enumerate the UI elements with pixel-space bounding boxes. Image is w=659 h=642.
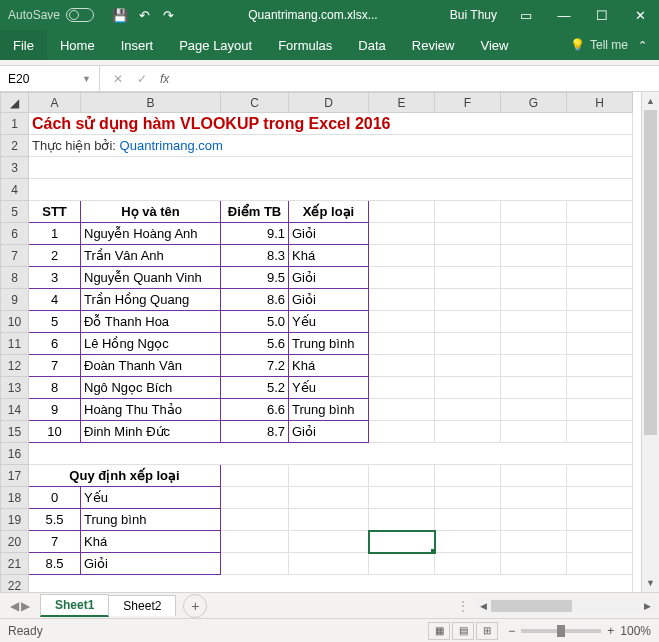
tab-insert[interactable]: Insert	[108, 30, 167, 60]
cell[interactable]	[369, 355, 435, 377]
cell[interactable]	[289, 509, 369, 531]
scroll-track[interactable]	[642, 110, 659, 574]
cell-min[interactable]: 7	[29, 531, 81, 553]
cell-subtitle[interactable]: Thực hiện bởi: Quantrimang.com	[29, 135, 633, 157]
cell-ten[interactable]: Đinh Minh Đức	[81, 421, 221, 443]
col-header[interactable]: A	[29, 93, 81, 113]
scroll-right-icon[interactable]: ▶	[639, 598, 655, 614]
cell[interactable]	[369, 289, 435, 311]
cell[interactable]	[289, 553, 369, 575]
hscroll-track[interactable]	[491, 598, 639, 614]
cell-ten[interactable]: Trần Hồng Quang	[81, 289, 221, 311]
cell-xeploai[interactable]: Trung bình	[289, 333, 369, 355]
cell[interactable]	[435, 487, 501, 509]
row-header[interactable]: 6	[1, 223, 29, 245]
row-header[interactable]: 21	[1, 553, 29, 575]
cell[interactable]	[567, 311, 633, 333]
cell[interactable]	[369, 553, 435, 575]
user-name[interactable]: Bui Thuy	[440, 8, 507, 22]
cell[interactable]	[435, 399, 501, 421]
chevron-down-icon[interactable]: ▼	[82, 74, 91, 84]
cancel-formula-icon[interactable]: ✕	[108, 72, 128, 86]
cell-stt[interactable]: 10	[29, 421, 81, 443]
cell[interactable]	[289, 531, 369, 553]
cell[interactable]	[567, 223, 633, 245]
row-header[interactable]: 19	[1, 509, 29, 531]
cell[interactable]	[369, 421, 435, 443]
row-header[interactable]: 10	[1, 311, 29, 333]
scroll-thumb[interactable]	[644, 110, 657, 435]
cell[interactable]	[567, 487, 633, 509]
enter-formula-icon[interactable]: ✓	[132, 72, 152, 86]
cell[interactable]	[567, 267, 633, 289]
tab-review[interactable]: Review	[399, 30, 468, 60]
cell[interactable]	[567, 531, 633, 553]
cell[interactable]	[501, 531, 567, 553]
tab-nav-next-icon[interactable]: ▶	[21, 599, 30, 613]
cell[interactable]	[501, 267, 567, 289]
cell[interactable]	[567, 399, 633, 421]
cell[interactable]	[501, 289, 567, 311]
cell[interactable]	[369, 377, 435, 399]
cell[interactable]	[29, 157, 633, 179]
cell[interactable]	[369, 223, 435, 245]
view-layout-icon[interactable]: ▤	[452, 622, 474, 640]
cell-ten[interactable]: Nguyễn Quanh Vinh	[81, 267, 221, 289]
minimize-icon[interactable]: —	[545, 0, 583, 30]
cell-xeploai[interactable]: Yếu	[289, 377, 369, 399]
row-header[interactable]: 5	[1, 201, 29, 223]
hscroll-thumb[interactable]	[491, 600, 572, 612]
cell[interactable]	[435, 377, 501, 399]
tab-nav-prev-icon[interactable]: ◀	[10, 599, 19, 613]
cell[interactable]	[501, 399, 567, 421]
subtitle-link[interactable]: Quantrimang.com	[120, 138, 223, 153]
cell-xeploai[interactable]: Khá	[289, 355, 369, 377]
fx-icon[interactable]: fx	[156, 72, 173, 86]
cell[interactable]	[369, 465, 435, 487]
cell[interactable]	[501, 553, 567, 575]
cell[interactable]	[501, 333, 567, 355]
cell[interactable]	[501, 311, 567, 333]
cell[interactable]	[221, 509, 289, 531]
cell[interactable]	[289, 465, 369, 487]
zoom-slider[interactable]	[521, 629, 601, 633]
add-sheet-button[interactable]: +	[183, 594, 207, 618]
cell-title[interactable]: Cách sử dụng hàm VLOOKUP trong Excel 201…	[29, 113, 633, 135]
cell-diem[interactable]: 7.2	[221, 355, 289, 377]
cell[interactable]	[435, 333, 501, 355]
row-header[interactable]: 18	[1, 487, 29, 509]
cell-ten[interactable]: Trần Vân Anh	[81, 245, 221, 267]
cell-ten[interactable]: Lê Hồng Ngọc	[81, 333, 221, 355]
cell-stt[interactable]: 4	[29, 289, 81, 311]
cell[interactable]	[435, 531, 501, 553]
cell[interactable]	[435, 355, 501, 377]
cell[interactable]	[369, 333, 435, 355]
row-header[interactable]: 13	[1, 377, 29, 399]
cell-stt[interactable]: 1	[29, 223, 81, 245]
cell-header-xeploai[interactable]: Xếp loại	[289, 201, 369, 223]
cell[interactable]	[369, 311, 435, 333]
maximize-icon[interactable]: ☐	[583, 0, 621, 30]
cell[interactable]	[29, 575, 633, 593]
cell-header-quydinh[interactable]: Quy định xếp loại	[29, 465, 221, 487]
zoom-in-icon[interactable]: +	[607, 624, 614, 638]
sheet-tab-1[interactable]: Sheet1	[40, 594, 109, 617]
cell-header-stt[interactable]: STT	[29, 201, 81, 223]
cell-diem[interactable]: 5.6	[221, 333, 289, 355]
cell[interactable]	[29, 179, 633, 201]
cell-xl[interactable]: Khá	[81, 531, 221, 553]
row-header[interactable]: 8	[1, 267, 29, 289]
cell-xl[interactable]: Yếu	[81, 487, 221, 509]
cell[interactable]	[29, 443, 633, 465]
row-header[interactable]: 22	[1, 575, 29, 593]
view-normal-icon[interactable]: ▦	[428, 622, 450, 640]
scroll-down-icon[interactable]: ▼	[642, 574, 659, 592]
cell[interactable]	[567, 421, 633, 443]
row-header[interactable]: 15	[1, 421, 29, 443]
cell-stt[interactable]: 8	[29, 377, 81, 399]
tell-me[interactable]: 💡 Tell me	[570, 38, 628, 52]
cell[interactable]	[289, 487, 369, 509]
cell-diem[interactable]: 8.3	[221, 245, 289, 267]
cell-diem[interactable]: 8.7	[221, 421, 289, 443]
cell[interactable]	[435, 553, 501, 575]
